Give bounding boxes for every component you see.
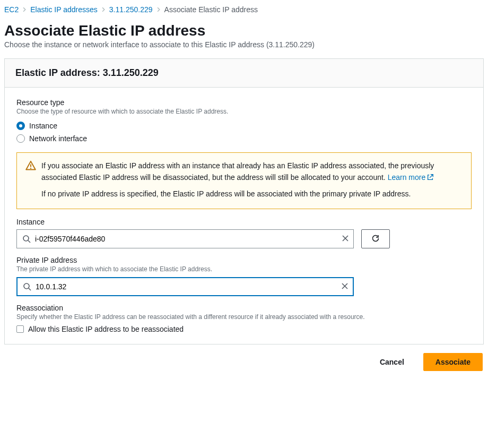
learn-more-link[interactable]: Learn more <box>388 173 434 182</box>
cancel-button[interactable]: Cancel <box>368 353 416 371</box>
close-icon <box>341 234 350 244</box>
private-ip-help: The private IP address with which to ass… <box>16 265 472 273</box>
radio-network-interface-label: Network interface <box>29 134 87 143</box>
reassociation-help: Specify whether the Elastic IP address c… <box>16 313 472 321</box>
svg-line-7 <box>29 288 31 290</box>
chevron-right-icon <box>156 7 161 12</box>
search-icon <box>23 282 31 291</box>
reassociation-checkbox-label: Allow this Elastic IP address to be reas… <box>28 325 184 333</box>
warning-alert: If you associate an Elastic IP address w… <box>16 152 472 209</box>
instance-refresh-button[interactable] <box>361 229 390 248</box>
radio-icon <box>16 134 25 143</box>
form-footer: Cancel Associate <box>4 344 484 373</box>
warning-text-1: If you associate an Elastic IP address w… <box>41 161 434 182</box>
associate-button[interactable]: Associate <box>423 353 483 371</box>
reassociation-checkbox[interactable]: Allow this Elastic IP address to be reas… <box>16 325 472 333</box>
breadcrumb-link-eip-list[interactable]: Elastic IP addresses <box>30 5 98 14</box>
external-link-icon <box>426 174 434 181</box>
svg-line-3 <box>28 240 30 243</box>
breadcrumb-current: Associate Elastic IP address <box>164 5 258 14</box>
reassociation-label: Reassociation <box>16 304 472 312</box>
instance-select[interactable] <box>16 229 354 248</box>
instance-clear-button[interactable] <box>337 230 353 248</box>
instance-input[interactable] <box>35 230 337 248</box>
page-subtitle: Choose the instance or network interface… <box>4 40 484 49</box>
private-ip-label: Private IP address <box>16 256 472 264</box>
close-icon <box>341 282 349 292</box>
warning-icon <box>25 160 36 171</box>
radio-instance-label: Instance <box>29 122 57 130</box>
warning-text-2: If no private IP address is specified, t… <box>41 188 463 200</box>
search-icon <box>22 235 31 243</box>
breadcrumb-link-ec2[interactable]: EC2 <box>4 5 19 14</box>
resource-type-help: Choose the type of resource with which t… <box>16 108 472 115</box>
svg-point-2 <box>23 236 29 241</box>
radio-network-interface[interactable]: Network interface <box>16 132 472 145</box>
resource-type-label: Resource type <box>16 98 472 107</box>
breadcrumb: EC2 Elastic IP addresses 3.11.250.229 As… <box>4 3 484 19</box>
chevron-right-icon <box>22 7 27 12</box>
svg-point-6 <box>24 283 29 289</box>
private-ip-clear-button[interactable] <box>337 278 353 295</box>
private-ip-select[interactable] <box>16 277 354 296</box>
form-panel: Elastic IP address: 3.11.250.229 Resourc… <box>4 58 484 344</box>
private-ip-input[interactable] <box>36 278 337 295</box>
radio-instance[interactable]: Instance <box>16 119 472 132</box>
chevron-right-icon <box>101 7 106 12</box>
panel-title: Elastic IP address: 3.11.250.229 <box>5 59 483 88</box>
checkbox-icon <box>16 325 24 333</box>
breadcrumb-link-eip[interactable]: 3.11.250.229 <box>109 5 153 14</box>
radio-icon <box>16 122 25 130</box>
refresh-icon <box>371 234 380 244</box>
svg-point-1 <box>30 168 31 169</box>
page-title: Associate Elastic IP address <box>4 22 484 39</box>
instance-label: Instance <box>16 218 472 226</box>
